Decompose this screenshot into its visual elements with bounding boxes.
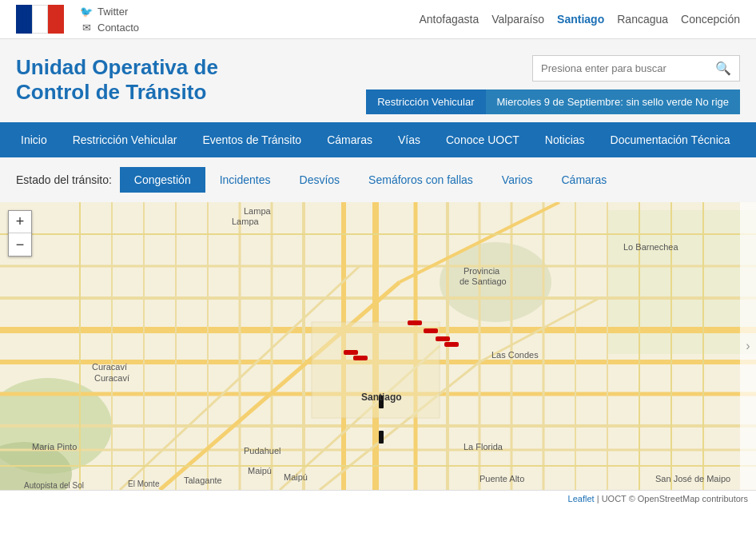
svg-text:Maipú: Maipú	[248, 466, 272, 475]
svg-text:Lampa: Lampa	[244, 206, 272, 216]
svg-text:Maipú: Maipú	[284, 472, 308, 482]
restriccion-bar: Restricción Vehicular Miercoles 9 de Sep…	[366, 90, 740, 114]
svg-text:Pudahuel: Pudahuel	[244, 446, 281, 456]
main-nav: Inicio Restricción Vehicular Eventos de …	[0, 122, 756, 157]
svg-text:Puente Alto: Puente Alto	[479, 474, 524, 483]
twitter-link[interactable]: 🐦 Twitter	[80, 5, 139, 18]
tab-congestion[interactable]: Congestión	[120, 167, 205, 193]
svg-rect-40	[312, 322, 440, 418]
restriccion-title: Restricción Vehicular	[366, 90, 485, 114]
nav-documentacion[interactable]: Documentación Técnica	[598, 122, 743, 157]
svg-text:Curacaví: Curacaví	[92, 362, 127, 372]
nav-noticias[interactable]: Noticias	[532, 122, 598, 157]
mail-icon: ✉	[80, 21, 93, 34]
svg-text:de Santiago: de Santiago	[460, 276, 507, 286]
leaflet-link[interactable]: Leaflet	[568, 494, 595, 503]
nav-inicio[interactable]: Inicio	[8, 122, 60, 157]
tab-incidentes[interactable]: Incidentes	[205, 167, 285, 193]
svg-rect-44	[444, 342, 459, 347]
flag-logo	[16, 5, 64, 34]
map-container: Lampa Lampa Lo Barnechea Curacaví Curaca…	[0, 202, 756, 490]
top-bar-right: Antofagasta Valparaíso Santiago Rancagua…	[419, 13, 740, 26]
map-controls: + −	[8, 210, 32, 257]
traffic-section: Estado del tránsito: Congestión Incident…	[0, 157, 756, 202]
svg-text:Curacaví: Curacaví	[94, 373, 129, 383]
site-title: Unidad Operativa de Control de Tránsito	[16, 55, 240, 105]
svg-text:Talagante: Talagante	[184, 475, 222, 485]
city-rancagua[interactable]: Rancagua	[617, 13, 668, 26]
city-antofagasta[interactable]: Antofagasta	[419, 13, 479, 26]
header-right: 🔍 Restricción Vehicular Miercoles 9 de S…	[366, 55, 740, 114]
nav-restriccion[interactable]: Restricción Vehicular	[60, 122, 190, 157]
nav-vias[interactable]: Vías	[385, 122, 433, 157]
svg-text:Lampa: Lampa	[232, 217, 260, 226]
zoom-in-button[interactable]: +	[9, 211, 31, 233]
svg-text:Lo Barnechea: Lo Barnechea	[623, 242, 678, 252]
city-valparaiso[interactable]: Valparaíso	[491, 13, 544, 26]
search-icon: 🔍	[715, 61, 731, 76]
map-footer: Leaflet | UOCT © OpenStreetMap contribut…	[0, 490, 756, 507]
tab-desvios[interactable]: Desvíos	[285, 167, 355, 193]
svg-rect-46	[353, 356, 368, 360]
header-section: Unidad Operativa de Control de Tránsito …	[0, 39, 756, 122]
tab-camaras[interactable]: Cámaras	[547, 167, 621, 193]
tab-semaforos[interactable]: Semáforos con fallas	[354, 167, 487, 193]
restriccion-detail: Miercoles 9 de Septiembre: sin sello ver…	[486, 90, 740, 114]
svg-rect-41	[408, 320, 422, 325]
nav-camaras[interactable]: Cámaras	[314, 122, 385, 157]
svg-rect-42	[424, 328, 438, 333]
city-santiago[interactable]: Santiago	[557, 13, 604, 26]
top-bar: 🐦 Twitter ✉ Contacto Antofagasta Valpara…	[0, 0, 756, 39]
search-box: 🔍	[532, 55, 740, 82]
top-bar-left: 🐦 Twitter ✉ Contacto	[16, 5, 139, 34]
twitter-icon: 🐦	[80, 5, 93, 18]
city-concepcion[interactable]: Concepción	[681, 13, 740, 26]
city-links: Antofagasta Valparaíso Santiago Rancagua…	[419, 13, 740, 26]
nav-eventos[interactable]: Eventos de Tránsito	[189, 122, 314, 157]
nav-conoce[interactable]: Conoce UOCT	[433, 122, 532, 157]
svg-rect-48	[379, 431, 384, 444]
svg-text:Las Condes: Las Condes	[491, 350, 539, 360]
contact-label: Contacto	[97, 22, 139, 34]
svg-text:El Monte: El Monte	[128, 479, 160, 488]
svg-text:Provincia: Provincia	[464, 266, 500, 276]
traffic-tabs: Estado del tránsito: Congestión Incident…	[16, 167, 740, 193]
zoom-out-button[interactable]: −	[9, 233, 31, 256]
chevron-right-icon: ›	[746, 339, 750, 353]
search-input[interactable]	[541, 62, 715, 74]
svg-text:San José de Maipo: San José de Maipo	[655, 474, 730, 483]
traffic-label: Estado del tránsito:	[16, 173, 112, 186]
tab-varios[interactable]: Varios	[487, 167, 547, 193]
svg-text:La Florida: La Florida	[464, 442, 503, 452]
svg-text:María Pinto: María Pinto	[32, 442, 77, 452]
svg-text:Santiago: Santiago	[361, 392, 402, 403]
twitter-label: Twitter	[97, 6, 128, 18]
scroll-indicator: ›	[740, 202, 756, 490]
svg-rect-45	[344, 350, 358, 355]
uoct-attribution: UOCT © OpenStreetMap contributors	[602, 494, 748, 503]
svg-rect-43	[436, 336, 450, 341]
social-links: 🐦 Twitter ✉ Contacto	[80, 5, 139, 34]
contact-link[interactable]: ✉ Contacto	[80, 21, 139, 34]
map-svg[interactable]: Lampa Lampa Lo Barnechea Curacaví Curaca…	[0, 202, 756, 490]
svg-text:Autopista del Sol: Autopista del Sol	[24, 481, 84, 490]
